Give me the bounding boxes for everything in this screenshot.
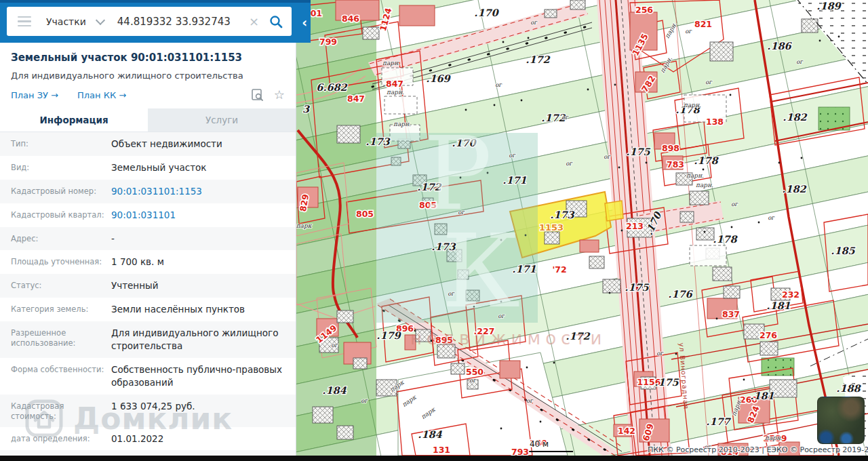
clear-search-icon[interactable]: × bbox=[249, 16, 259, 28]
map-label-dark: .181 bbox=[750, 390, 774, 401]
map-canvas[interactable]: 8017998461124847847829805805896895.22755… bbox=[296, 0, 868, 456]
parcel-subtitle: Для индивидуального жилищного строительс… bbox=[0, 64, 296, 81]
map-label-red: 847 bbox=[347, 94, 365, 104]
map-label-dark: .188 bbox=[836, 382, 861, 394]
search-icon[interactable] bbox=[269, 14, 283, 29]
row-label: Площадь уточненная: bbox=[11, 256, 111, 268]
map-label-red: 550 bbox=[466, 367, 484, 377]
table-row: Кадастровая стоимость:1 633 074,25 руб. bbox=[0, 395, 296, 427]
table-row: Площадь уточненная:1 700 кв. м bbox=[0, 250, 296, 274]
map-label-og: ог bbox=[768, 214, 775, 221]
map-label-dark: .184 bbox=[322, 384, 347, 396]
bottom-black-bar bbox=[0, 456, 868, 461]
map-label-red: 131 bbox=[433, 445, 450, 455]
map-label-parn: парн. bbox=[686, 172, 704, 179]
panel-tabs: Информация Услуги bbox=[0, 108, 296, 132]
map-label-parn: парн. bbox=[765, 435, 783, 441]
collapse-panel-icon[interactable]: ‹ bbox=[302, 15, 307, 30]
row-label: Форма собственности: bbox=[11, 363, 111, 389]
map-label-og: ог bbox=[566, 160, 573, 167]
map-label-red: 232 bbox=[782, 289, 800, 300]
map-label-og: ог bbox=[561, 114, 569, 121]
map-label-red: 793 bbox=[511, 447, 529, 456]
row-value: 1 700 кв. м bbox=[111, 256, 164, 268]
map-label-red: 213 bbox=[626, 221, 644, 231]
map-label-parn: парн. bbox=[382, 60, 400, 66]
map-label-red: 799 bbox=[319, 37, 337, 47]
map-label-dark: .182 bbox=[782, 183, 807, 195]
map-label-ghost: недвижимости bbox=[410, 328, 606, 348]
row-value: Объект недвижимости bbox=[111, 138, 222, 151]
map-label-red: 142 bbox=[618, 426, 635, 436]
tab-information[interactable]: Информация bbox=[0, 108, 148, 132]
menu-icon[interactable] bbox=[18, 16, 31, 27]
info-panel: Земельный участок 90:01:031101:1153 Для … bbox=[0, 43, 296, 456]
plan-zu-link[interactable]: План ЗУ → bbox=[11, 90, 58, 100]
map-label-red: 821 bbox=[694, 19, 712, 29]
row-label: Кадастровая стоимость: bbox=[11, 400, 111, 422]
search-category-dropdown[interactable]: Участки bbox=[46, 16, 86, 27]
map-label-dark: .189 bbox=[816, 0, 842, 12]
map-label-og: ог bbox=[530, 19, 538, 26]
map-label-dark: .179 bbox=[376, 329, 401, 341]
map-label-og: ог bbox=[604, 153, 611, 160]
map-label-red: 256 bbox=[635, 5, 653, 15]
map-label-red: '72 bbox=[552, 264, 566, 275]
map-label-og: ог bbox=[361, 397, 368, 404]
chevron-down-icon[interactable] bbox=[96, 15, 105, 24]
tab-services[interactable]: Услуги bbox=[148, 108, 296, 132]
table-row: Кадастровый номер:90:01:031101:1153 bbox=[0, 180, 296, 203]
map-label-dark: .173 bbox=[366, 136, 391, 147]
map-label-red: 847 bbox=[386, 79, 403, 89]
map-label-og: ог bbox=[495, 81, 502, 88]
map-label-og: ог bbox=[705, 79, 713, 85]
map-label-dark: 6.682 bbox=[316, 81, 348, 93]
table-row: Статус:Учтенный bbox=[0, 274, 296, 298]
map-label-dark: .185 bbox=[831, 245, 855, 256]
map-label-copy: ПКК © Росреестр 2010-2023 | ЕЭКО © Росре… bbox=[648, 445, 868, 454]
table-row: Вид:Земельный участок bbox=[0, 156, 296, 180]
table-row: Форма собственности:Собственность публич… bbox=[0, 358, 296, 395]
panel-actions: ☆ bbox=[251, 88, 285, 102]
row-value-link[interactable]: 90:01:031101 bbox=[111, 209, 176, 222]
map-label-red: 846 bbox=[342, 14, 359, 24]
map-label-og: ог bbox=[685, 28, 692, 35]
table-row: Тип:Объект недвижимости bbox=[0, 132, 296, 156]
map-label-parn: парн. bbox=[387, 89, 404, 96]
map-label-dark: .172 bbox=[526, 54, 551, 65]
map-label-og: ог bbox=[509, 152, 516, 159]
map-label-dark: .177 bbox=[706, 416, 731, 427]
map-label-og: ог bbox=[731, 201, 738, 207]
search-input[interactable] bbox=[116, 15, 245, 28]
map-label-parn: парн. bbox=[684, 102, 701, 108]
cadastral-map[interactable]: 8017998461124847847829805805896895.22755… bbox=[296, 0, 868, 456]
preview-search-icon[interactable] bbox=[251, 88, 264, 102]
plan-links-row: План ЗУ → План КК → ☆ bbox=[0, 81, 296, 108]
plan-kk-link[interactable]: План КК → bbox=[77, 90, 126, 100]
layer-switcher-thumbnail[interactable] bbox=[817, 397, 865, 444]
map-label-rk: К bbox=[441, 212, 520, 330]
row-value: Земли населённых пунктов bbox=[111, 303, 245, 316]
map-label-scale: 40 м bbox=[530, 439, 549, 449]
map-label-og: ог bbox=[796, 58, 804, 65]
map-label-dark: .175 bbox=[625, 281, 649, 293]
row-value: Учтенный bbox=[111, 279, 158, 292]
map-label-dark: .171 bbox=[502, 174, 526, 186]
row-value: 1 633 074,25 руб. bbox=[111, 400, 195, 422]
row-label: Вид: bbox=[11, 161, 111, 174]
map-label-dark: .178 bbox=[713, 233, 738, 245]
favorite-star-icon[interactable]: ☆ bbox=[274, 89, 285, 101]
map-label-red: 805 bbox=[356, 209, 374, 219]
row-label: Разрешенное использование: bbox=[11, 327, 111, 353]
map-label-dark: .184 bbox=[418, 428, 442, 440]
table-row: Разрешенное использование:Для индивидуал… bbox=[0, 321, 296, 358]
search-box[interactable]: Участки × bbox=[7, 7, 292, 36]
map-label-dark: .173 bbox=[550, 209, 575, 220]
map-label-og: ог bbox=[331, 342, 338, 348]
info-rows: Тип:Объект недвижимостиВид:Земельный уча… bbox=[0, 132, 296, 461]
row-value-link[interactable]: 90:01:031101:1153 bbox=[111, 185, 202, 198]
map-label-red: 898 bbox=[662, 143, 679, 153]
row-label: Статус: bbox=[11, 279, 111, 292]
map-label-dark: .178 bbox=[694, 155, 719, 166]
map-label-parn: парн. bbox=[393, 121, 411, 127]
